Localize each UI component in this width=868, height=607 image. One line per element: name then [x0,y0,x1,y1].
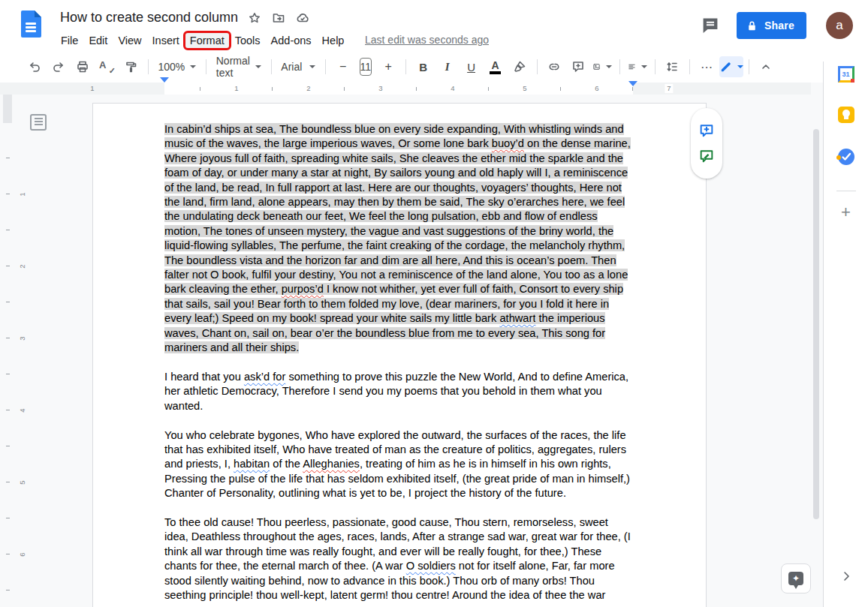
text-segment-blue-squiggle[interactable]: athwart [499,312,535,324]
ruler-number: 7 [665,84,673,93]
font-family-select[interactable]: Arial [276,57,320,77]
add-comment-button[interactable] [566,57,590,77]
menu-format[interactable]: Format [185,32,230,49]
ruler-number: 1 [19,192,26,196]
lock-icon [746,20,758,32]
google-docs-logo-icon[interactable] [21,11,41,38]
document-status-cloud-icon[interactable] [295,11,310,26]
ruler-number: 4 [19,408,26,412]
ruler-number: 5 [520,84,529,93]
chevron-down-icon [641,65,647,68]
pencil-icon [719,61,732,74]
text-segment[interactable]: of the [270,458,303,470]
paragraph[interactable]: I heard that you ask’d for something to … [164,370,634,413]
ruler-number: 2 [304,84,312,93]
chevron-down-icon [737,65,743,68]
open-comment-history-icon[interactable] [701,16,720,35]
last-edit-status[interactable]: Last edit was seconds ago [365,34,489,46]
account-avatar[interactable]: a [826,12,853,39]
chevron-down-icon [255,65,261,68]
ruler-number: 3 [376,84,384,93]
ruler-number: 6 [19,552,26,556]
chevron-down-icon [309,65,315,68]
font-size-input[interactable]: 11 [360,58,372,76]
document-canvas: 123456 In cabin’d ships at sea, The boun… [0,95,823,607]
ruler-number: 1 [232,84,240,93]
increase-font-size-button[interactable]: + [376,57,400,77]
spelling-grammar-check-button[interactable]: A✓ [95,57,119,77]
text-segment-blue-squiggle[interactable]: habitan [234,458,270,470]
bold-button[interactable]: B [411,57,436,77]
paint-format-button[interactable] [119,57,143,77]
more-options-button[interactable]: ⋯ [695,57,719,77]
menu-insert[interactable]: Insert [147,32,185,49]
paragraph-style-select[interactable]: Normal text [212,57,266,77]
underline-button[interactable]: U [460,57,484,77]
star-icon[interactable] [247,11,262,26]
toolbar: A✓ 100% Normal text Arial − 11 + B I U A [0,51,868,83]
ruler-number: 3 [19,336,26,340]
text-segment-red-squiggle[interactable]: purpos’d [282,283,324,295]
align-button[interactable] [625,57,649,77]
chevron-down-icon [190,65,196,68]
header: How to create second column FileEditView… [0,0,868,51]
undo-button[interactable] [23,57,47,77]
menu-view[interactable]: View [113,32,146,49]
share-button-label: Share [764,20,794,32]
vertical-ruler-ticks [6,122,10,607]
text-segment-red-squiggle[interactable]: Alleghanies [303,458,360,470]
vertical-scrollbar[interactable] [813,129,819,519]
explore-button[interactable]: ✦ [781,563,811,593]
paragraph[interactable]: To thee old cause! Thou peerless, passio… [164,515,634,602]
hide-menus-button[interactable] [754,57,778,77]
decrease-font-size-button[interactable]: − [331,57,355,77]
text-segment[interactable]: on the dense marine, Where joyous full o… [164,137,631,295]
ruler-number: 5 [19,480,26,484]
zoom-select[interactable]: 100% [153,57,200,77]
add-comment-float-icon[interactable] [698,122,715,139]
horizontal-ruler: 11234567 [0,83,868,95]
document-text[interactable]: In cabin’d ships at sea, The boundless b… [93,104,706,602]
show-document-outline-button[interactable] [30,114,47,131]
side-panel-divider [836,191,856,191]
highlight-color-button[interactable] [508,57,532,77]
text-segment-blue-squiggle[interactable]: O soldiers [406,560,456,572]
italic-button[interactable]: I [436,57,460,77]
ruler-number: 1 [88,84,96,93]
line-spacing-button[interactable] [660,57,684,77]
paragraph-selected[interactable]: In cabin’d ships at sea, The boundless b… [164,122,634,356]
google-keep-icon[interactable] [838,107,854,123]
side-panel: 31 + [823,62,868,607]
text-segment-red-squiggle[interactable]: buoy’d [492,137,524,149]
print-button[interactable] [71,57,95,77]
document-page[interactable]: In cabin’d ships at sea, The boundless b… [92,103,707,607]
insert-image-button[interactable] [590,57,614,77]
document-title[interactable]: How to create second column [60,10,238,26]
share-button[interactable]: Share [737,12,806,39]
text-segment-blue-squiggle[interactable]: ask’d for [244,371,285,383]
menu-add-ons[interactable]: Add-ons [266,32,317,49]
redo-button[interactable] [47,57,71,77]
text-segment[interactable]: I heard that you [164,371,244,383]
selection-action-pill [691,108,722,179]
ruler-number: 2 [19,264,26,268]
ruler-number: 4 [448,84,457,93]
menu-edit[interactable]: Edit [83,32,113,49]
google-tasks-icon[interactable] [838,149,854,165]
ruler-number: 6 [592,84,601,93]
explore-icon: ✦ [788,572,803,585]
suggest-edits-icon[interactable] [698,148,715,164]
menu-tools[interactable]: Tools [230,32,266,49]
hide-side-panel-chevron[interactable] [839,569,853,583]
menu-bar: FileEditViewInsertFormatToolsAdd-onsHelp [56,31,349,50]
menu-help[interactable]: Help [317,32,350,49]
move-to-folder-icon[interactable] [271,11,286,26]
insert-link-button[interactable] [542,57,566,77]
chevron-down-icon [606,65,612,68]
google-calendar-icon[interactable]: 31 [838,66,854,83]
menu-file[interactable]: File [56,32,83,49]
get-add-ons-button[interactable]: + [841,204,851,221]
editing-mode-button[interactable] [719,56,743,77]
paragraph[interactable]: You who celebrate bygones, Who have expl… [164,428,634,501]
text-color-button[interactable]: A [484,57,508,77]
